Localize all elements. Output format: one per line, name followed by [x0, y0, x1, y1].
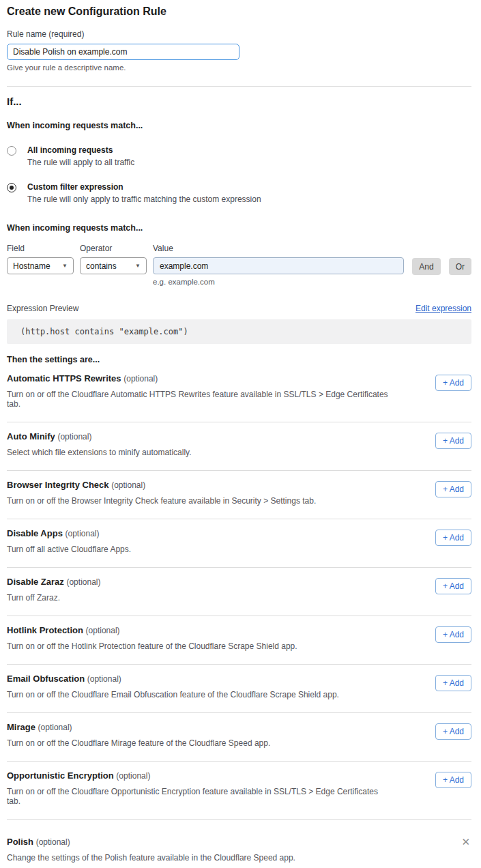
value-helper: e.g. example.com [153, 278, 404, 286]
setting-description: Turn on or off the Cloudflare Email Obfu… [7, 690, 339, 699]
setting-optional-label: (optional) [57, 432, 91, 442]
section-divider [7, 86, 471, 87]
field-column: Field Hostname ▼ [7, 244, 74, 274]
setting-texts: Disable Zaraz (optional) Turn off Zaraz. [7, 577, 100, 603]
field-label: Field [7, 244, 74, 253]
setting-optional-label: (optional) [38, 723, 72, 732]
setting-description: Change the settings of the Polish featur… [7, 853, 471, 863]
rule-name-input[interactable] [7, 44, 239, 60]
setting-description: Turn on or off the Cloudflare Opportunis… [7, 787, 389, 806]
expression-preview-header: Expression Preview Edit expression [7, 304, 471, 313]
add-button[interactable]: + Add [435, 578, 471, 594]
setting-title: Disable Zaraz (optional) [7, 577, 100, 587]
radio-label: Custom filter expression [27, 182, 261, 192]
rule-name-label: Rule name (required) [7, 29, 471, 39]
setting-optional-label: (optional) [36, 837, 70, 847]
setting-title: Hotlink Protection (optional) [7, 625, 297, 635]
rule-name-section: Rule name (required) Give your rule a de… [7, 29, 471, 72]
setting-optional-label: (optional) [66, 577, 100, 587]
settings-list: Automatic HTTPS Rewrites (optional) Turn… [7, 364, 471, 820]
setting-row: Auto Minify (optional) Select which file… [7, 422, 471, 457]
setting-name: Opportunistic Encryption [7, 770, 114, 781]
polish-setting-section: Polish (optional) ✕ Change the settings … [7, 820, 471, 868]
field-select-value: Hostname [13, 261, 50, 271]
setting-title: Opportunistic Encryption (optional) [7, 770, 389, 781]
add-button[interactable]: + Add [435, 433, 471, 449]
add-button[interactable]: + Add [435, 675, 471, 691]
operator-select[interactable]: contains ▼ [80, 257, 147, 274]
radio-label: All incoming requests [27, 145, 134, 155]
setting-row: Mirage (optional) Turn on or off the Clo… [7, 713, 471, 748]
setting-description: Turn off all active Cloudflare Apps. [7, 545, 131, 554]
setting-optional-label: (optional) [123, 374, 158, 384]
radio-description: The rule will only apply to traffic matc… [27, 194, 261, 204]
radio-button-icon[interactable] [7, 146, 16, 156]
add-button[interactable]: + Add [435, 723, 471, 740]
page-title: Create new Configuration Rule [7, 5, 471, 18]
setting-texts: Auto Minify (optional) Select which file… [7, 431, 192, 457]
setting-name: Automatic HTTPS Rewrites [7, 373, 121, 384]
expression-preview-label: Expression Preview [7, 304, 78, 313]
setting-title: Email Obfuscation (optional) [7, 674, 339, 684]
add-button[interactable]: + Add [435, 530, 471, 546]
expression-builder-row: Field Hostname ▼ Operator contains ▼ Val… [7, 244, 471, 286]
setting-name: Browser Integrity Check [7, 480, 109, 490]
if-heading: If... [7, 96, 471, 107]
add-button[interactable]: + Add [435, 481, 471, 497]
setting-row: Disable Zaraz (optional) Turn off Zaraz.… [7, 568, 471, 603]
setting-texts: Mirage (optional) Turn on or off the Clo… [7, 722, 270, 748]
setting-texts: Opportunistic Encryption (optional) Turn… [7, 770, 389, 806]
setting-optional-label: (optional) [111, 480, 145, 490]
setting-texts: Email Obfuscation (optional) Turn on or … [7, 674, 339, 699]
or-button[interactable]: Or [449, 258, 471, 275]
and-button[interactable]: And [412, 258, 440, 275]
add-button[interactable]: + Add [435, 772, 471, 788]
setting-description: Turn on or off the Cloudflare Mirage fea… [7, 738, 270, 748]
radio-button-icon[interactable] [7, 183, 16, 192]
setting-title: Polish (optional) [7, 837, 70, 847]
setting-description: Turn on or off the Hotlink Protection fe… [7, 641, 297, 651]
setting-texts: Hotlink Protection (optional) Turn on or… [7, 625, 297, 651]
setting-name: Polish [7, 837, 33, 847]
value-column: Value e.g. example.com [153, 244, 404, 286]
edit-expression-link[interactable]: Edit expression [416, 304, 471, 313]
add-button[interactable]: + Add [435, 626, 471, 643]
setting-row: Opportunistic Encryption (optional) Turn… [7, 762, 471, 806]
setting-description: Turn on or off the Cloudflare Automatic … [7, 390, 389, 409]
setting-optional-label: (optional) [65, 529, 100, 538]
value-input[interactable] [153, 257, 404, 274]
setting-name: Mirage [7, 722, 35, 732]
add-button[interactable]: + Add [435, 375, 471, 391]
setting-name: Hotlink Protection [7, 625, 83, 635]
radio-option-all-requests[interactable]: All incoming requests The rule will appl… [7, 145, 471, 167]
setting-title: Browser Integrity Check (optional) [7, 480, 316, 490]
setting-name: Disable Apps [7, 528, 63, 538]
setting-row: Email Obfuscation (optional) Turn on or … [7, 665, 471, 699]
setting-title: Automatic HTTPS Rewrites (optional) [7, 373, 389, 384]
setting-row: Disable Apps (optional) Turn off all act… [7, 519, 471, 554]
operator-column: Operator contains ▼ [80, 244, 147, 274]
setting-row: Browser Integrity Check (optional) Turn … [7, 471, 471, 506]
setting-description: Turn on or off the Browser Integrity Che… [7, 496, 316, 506]
setting-name: Auto Minify [7, 431, 55, 442]
setting-texts: Browser Integrity Check (optional) Turn … [7, 480, 316, 506]
setting-description: Select which file extensions to minify a… [7, 448, 192, 457]
setting-optional-label: (optional) [87, 674, 121, 684]
setting-description: Turn off Zaraz. [7, 593, 100, 603]
then-heading: Then the settings are... [7, 355, 471, 364]
operator-select-value: contains [86, 261, 117, 271]
rule-name-helper: Give your rule a descriptive name. [7, 63, 471, 72]
field-select[interactable]: Hostname ▼ [7, 257, 74, 274]
setting-title: Auto Minify (optional) [7, 431, 192, 442]
chevron-down-icon: ▼ [62, 263, 68, 269]
setting-title: Mirage (optional) [7, 722, 270, 732]
setting-name: Email Obfuscation [7, 674, 85, 684]
setting-texts: Automatic HTTPS Rewrites (optional) Turn… [7, 373, 389, 409]
builder-heading: When incoming requests match... [7, 223, 471, 233]
value-label: Value [153, 244, 404, 253]
setting-optional-label: (optional) [116, 771, 150, 781]
match-heading: When incoming requests match... [7, 121, 471, 130]
setting-title: Disable Apps (optional) [7, 528, 131, 538]
radio-option-custom-expression[interactable]: Custom filter expression The rule will o… [7, 182, 471, 204]
close-icon[interactable]: ✕ [460, 837, 471, 847]
